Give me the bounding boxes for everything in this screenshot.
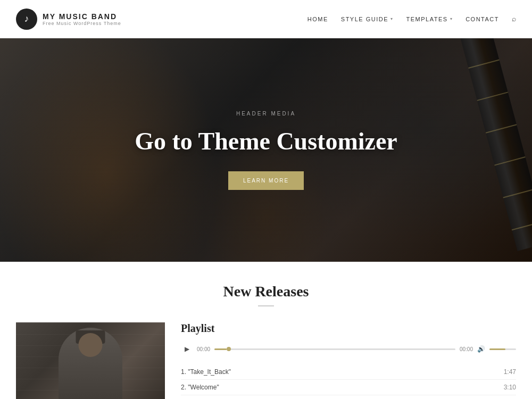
progress-fill <box>214 348 227 350</box>
logo-icon: ♪ <box>16 9 37 30</box>
progress-dot <box>227 347 231 351</box>
chevron-down-icon: ▾ <box>390 16 394 21</box>
nav-item-home[interactable]: HOME <box>307 16 328 22</box>
playlist-item-duration: 3:10 <box>504 384 516 391</box>
album-person-silhouette <box>59 328 122 399</box>
site-name: MY MUSIC BAND <box>43 12 121 21</box>
logo-area[interactable]: ♪ MY MUSIC BAND Free Music WordPress The… <box>16 9 121 30</box>
playlist-title: Playlist <box>181 322 516 335</box>
hero-section: HEADER MEDIA Go to Theme Customizer LEAR… <box>0 38 532 262</box>
nav-item-templates[interactable]: TEMPLATES ▾ <box>406 16 453 22</box>
site-header: ♪ MY MUSIC BAND Free Music WordPress The… <box>0 0 532 38</box>
album-cover-image <box>16 322 165 399</box>
progress-track[interactable] <box>214 348 455 350</box>
logo-text: MY MUSIC BAND Free Music WordPress Theme <box>43 12 121 26</box>
playlist-item-duration: 1:47 <box>504 368 516 376</box>
nav-item-contact[interactable]: CONTACT <box>466 16 499 22</box>
volume-icon: 🔊 <box>477 345 485 353</box>
play-button[interactable]: ▶ <box>181 343 193 355</box>
playlist-item[interactable]: 2. "Welcome" 3:10 <box>181 380 516 395</box>
hero-learn-more-button[interactable]: LEARN MORE <box>228 171 304 190</box>
site-subtitle: Free Music WordPress Theme <box>43 21 121 26</box>
releases-section-title: New Releases <box>16 283 516 300</box>
playlist-items: 1. "Take_It_Back" 1:47 2. "Welcome" 3:10… <box>181 364 516 399</box>
section-divider <box>258 305 274 306</box>
playlist-item-name: 2. "Welcome" <box>181 384 219 391</box>
playlist-item[interactable]: 1. "Take_It_Back" 1:47 <box>181 364 516 380</box>
volume-fill <box>489 348 505 350</box>
playlist-item[interactable]: 3. "While_You_Work_It" 1:59 <box>181 395 516 399</box>
hero-title: Go to Theme Customizer <box>135 127 397 155</box>
volume-track[interactable] <box>489 348 516 350</box>
hero-label: HEADER MEDIA <box>236 111 296 117</box>
main-content: New Releases Playlist ▶ 00:00 00:00 <box>0 262 532 399</box>
time-start: 00:00 <box>197 346 210 352</box>
playlist-item-name: 1. "Take_It_Back" <box>181 368 231 376</box>
hero-content: HEADER MEDIA Go to Theme Customizer LEAR… <box>0 38 532 262</box>
main-nav: HOME STYLE GUIDE ▾ TEMPLATES ▾ CONTACT ⌕ <box>307 15 516 23</box>
playlist-area: Playlist ▶ 00:00 00:00 🔊 1. "Take_It_Bac… <box>181 322 516 399</box>
audio-player: ▶ 00:00 00:00 🔊 <box>181 341 516 357</box>
time-end: 00:00 <box>460 346 473 352</box>
nav-item-style-guide[interactable]: STYLE GUIDE ▾ <box>341 16 394 22</box>
chevron-down-icon: ▾ <box>450 16 453 21</box>
search-icon[interactable]: ⌕ <box>512 15 516 23</box>
releases-grid: Playlist ▶ 00:00 00:00 🔊 1. "Take_It_Bac… <box>16 322 516 399</box>
album-person-head <box>79 333 103 357</box>
